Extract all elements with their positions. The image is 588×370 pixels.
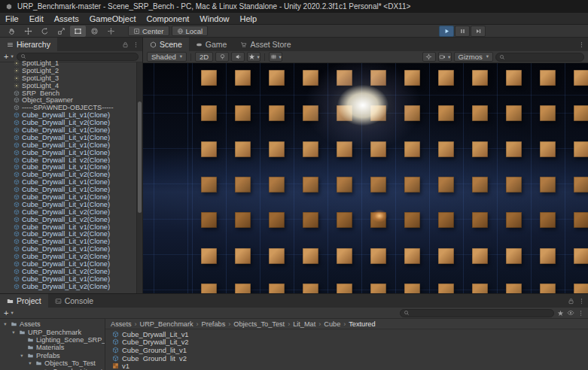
hand-tool-button[interactable] [4, 26, 20, 37]
hierarchy-item[interactable]: Cube_Drywall_Lit_v2(Clone) [0, 268, 136, 275]
hierarchy-item[interactable]: Cube_Drywall_Lit_v2(Clone) [0, 119, 136, 126]
scene-cube[interactable] [269, 177, 285, 193]
scene-cube[interactable] [540, 105, 556, 121]
breadcrumb-segment[interactable]: URP_Benchmark [140, 320, 202, 328]
scene-cube[interactable] [438, 248, 454, 264]
scene-cube[interactable] [438, 284, 454, 293]
asset-item[interactable]: Cube_Ground_lit_v1 [105, 346, 588, 354]
expand-arrow-icon[interactable]: ▾ [19, 353, 25, 359]
hierarchy-item[interactable]: Cube_Drywall_Lit_v1(Clone) [0, 260, 136, 268]
scene-effects-dropdown[interactable] [247, 52, 260, 62]
scene-cube[interactable] [269, 70, 285, 86]
scene-cube[interactable] [404, 105, 420, 121]
project-folder[interactable]: Materials [0, 344, 105, 351]
scene-cube[interactable] [540, 248, 556, 264]
scene-cube[interactable] [370, 70, 386, 86]
scale-tool-button[interactable] [53, 26, 69, 37]
scene-cube[interactable] [472, 105, 488, 121]
scene-cube[interactable] [404, 177, 420, 193]
rect-tool-button[interactable] [70, 26, 86, 37]
project-folder[interactable]: ComplexLit_mat [0, 367, 105, 370]
scene-cube[interactable] [404, 248, 420, 264]
menu-item[interactable]: File [0, 13, 24, 24]
hierarchy-item[interactable]: Cube_Drywall_Lit_v2(Clone) [0, 216, 136, 223]
pivot-toggle-button[interactable]: Center [128, 26, 169, 36]
hierarchy-tab[interactable]: Hierarchy [0, 38, 57, 51]
hierarchy-item[interactable]: Cube_Drywall_Lit_v1(Clone) [0, 186, 136, 193]
menu-item[interactable]: Window [194, 13, 234, 24]
hierarchy-item[interactable]: Cube_Drywall_Lit_v1(Clone) [0, 201, 136, 208]
shading-mode-dropdown[interactable]: Shaded [147, 52, 187, 62]
scene-cube[interactable] [337, 284, 352, 293]
scene-cube[interactable] [201, 212, 217, 228]
hierarchy-item[interactable]: Cube_Drywall_Lit_v1(Clone) [0, 178, 136, 186]
scene-audio-toggle[interactable] [231, 52, 245, 62]
hierarchy-item[interactable]: Cube_Drywall_Lit_v2(Clone) [0, 208, 136, 216]
pause-button[interactable] [455, 26, 470, 37]
scene-cube[interactable] [540, 141, 556, 157]
scene-camera-dropdown[interactable] [438, 52, 452, 62]
scene-cube[interactable] [201, 177, 217, 193]
scene-cube[interactable] [337, 105, 352, 121]
scene-cube[interactable] [269, 284, 285, 293]
scene-cube[interactable] [540, 177, 556, 193]
scene-cube[interactable] [540, 70, 556, 86]
scene-cube[interactable] [303, 284, 318, 293]
kebab-menu-icon[interactable] [578, 41, 585, 48]
expand-arrow-icon[interactable]: ▾ [27, 360, 33, 366]
project-folder[interactable]: Lighting_Scene_SRP_Ben [0, 336, 105, 344]
view-tab[interactable]: Asset Store [233, 38, 297, 51]
scene-cube[interactable] [472, 212, 488, 228]
expand-arrow-icon[interactable]: ▾ [11, 329, 17, 335]
hierarchy-item[interactable]: Object_Spawner [0, 96, 136, 104]
scene-cube[interactable] [235, 284, 251, 293]
menu-item[interactable]: Help [234, 13, 262, 24]
expand-arrow-icon[interactable]: ▾ [2, 321, 8, 327]
scene-cube[interactable] [303, 248, 318, 264]
scene-cube[interactable] [506, 70, 522, 86]
scene-cube[interactable] [574, 70, 588, 86]
hierarchy-item[interactable]: SpotLight_2 [0, 67, 136, 74]
scene-cube[interactable] [472, 248, 488, 264]
hierarchy-item[interactable]: Cube_Drywall_Lit_v1(Clone) [0, 134, 136, 141]
scene-cube[interactable] [574, 284, 588, 293]
bottom-tab[interactable]: Project [0, 294, 48, 308]
scene-cube[interactable] [540, 284, 556, 293]
scene-cube[interactable] [540, 212, 556, 228]
scene-cube[interactable] [472, 284, 488, 293]
hierarchy-item[interactable]: Cube_Drywall_Lit_v2(Clone) [0, 171, 136, 178]
scene-cube[interactable] [370, 141, 386, 157]
scene-cube[interactable] [370, 212, 386, 228]
scene-cube[interactable] [303, 141, 318, 157]
asset-item[interactable]: Cube_Drywall_Lit_v2 [105, 338, 588, 347]
custom-tool-button[interactable] [103, 26, 119, 37]
scene-cube[interactable] [438, 141, 454, 157]
kebab-menu-icon[interactable] [133, 41, 139, 48]
scene-cube[interactable] [574, 248, 588, 264]
scene-cube[interactable] [438, 105, 454, 121]
lock-icon[interactable] [568, 298, 574, 305]
project-folder[interactable]: ▾ Prefabs [0, 352, 105, 359]
scene-cube[interactable] [201, 70, 217, 86]
scene-cube[interactable] [438, 177, 454, 193]
scene-cube[interactable] [337, 70, 352, 86]
scene-cube[interactable] [404, 212, 420, 228]
scene-tools-button[interactable] [422, 52, 436, 62]
breadcrumb-segment[interactable]: Assets [111, 320, 140, 328]
hierarchy-item[interactable]: Cube_Drywall_Lit_v1(Clone) [0, 149, 136, 156]
bottom-tab[interactable]: Console [48, 294, 101, 308]
play-button[interactable] [439, 26, 454, 37]
scene-cube[interactable] [201, 105, 217, 121]
scene-cube[interactable] [506, 105, 522, 121]
scene-cube[interactable] [337, 248, 352, 264]
hierarchy-item[interactable]: Cube_Drywall_Lit_v1(Clone) [0, 223, 136, 231]
kebab-menu-icon[interactable] [578, 298, 585, 305]
scene-cube[interactable] [472, 177, 488, 193]
favorites-star-icon[interactable] [557, 310, 564, 317]
breadcrumb-segment[interactable]: Prefabs [202, 320, 234, 328]
hierarchy-scrollbar[interactable] [136, 62, 142, 293]
hierarchy-item[interactable]: Cube_Drywall_Lit_v1(Clone) [0, 275, 136, 283]
toggle-2d-button[interactable]: 2D [195, 52, 213, 62]
project-folder[interactable]: ▾ URP_Benchmark [0, 328, 105, 335]
view-tab[interactable]: Game [189, 38, 234, 51]
